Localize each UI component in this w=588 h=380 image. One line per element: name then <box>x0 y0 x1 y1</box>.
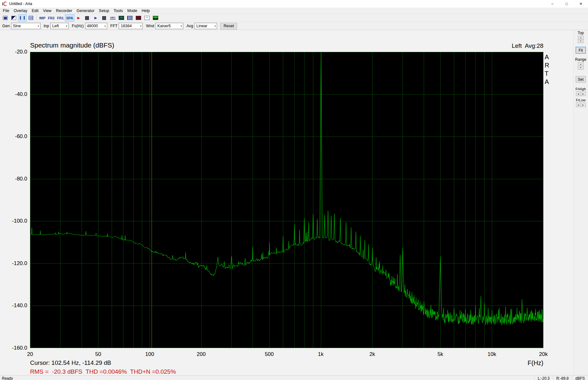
level-meter-button[interactable] <box>126 14 134 22</box>
x-tick-label: 2k <box>358 351 386 358</box>
frhigh-left-button[interactable]: ◄ <box>576 92 581 96</box>
y-tick-label: -60.0 <box>0 133 27 140</box>
level-meter-icon <box>127 16 133 20</box>
status-ready: Ready <box>2 376 13 380</box>
maximize-button[interactable]: □ <box>560 0 574 8</box>
invert-colors-icon-icon <box>11 16 16 20</box>
arta-letter: A <box>545 78 553 86</box>
menu-file[interactable]: File <box>1 8 11 14</box>
x-tick-label: 100 <box>135 351 164 358</box>
range-label: Range <box>575 57 586 62</box>
menu-help[interactable]: Help <box>140 8 152 14</box>
status-left-level: L:-20.3 <box>534 376 553 380</box>
arta-watermark: A R T A <box>545 53 553 86</box>
top-spinner: ▲ ▼ <box>578 36 584 43</box>
top-down-button[interactable]: ▼ <box>578 39 584 43</box>
scope-view-button[interactable] <box>117 14 126 22</box>
frhigh-label: FrHigh <box>575 87 586 91</box>
menu-bar: File Overlay Edit View Recorder Generato… <box>0 8 588 14</box>
abc-icon: ABC <box>110 16 116 20</box>
menu-recorder[interactable]: Recorder <box>54 8 74 14</box>
inp-select[interactable]: Left ▼ <box>50 23 69 29</box>
frhigh-right-button[interactable]: ► <box>581 92 586 96</box>
duplicate-window-icon-icon <box>3 16 8 20</box>
avg-label: Avg <box>186 24 193 28</box>
grid-values-button[interactable] <box>27 14 35 22</box>
x-tick-label: 5k <box>426 351 454 358</box>
arta-letter: T <box>545 69 553 78</box>
x-axis-title: F(Hz) <box>505 359 543 367</box>
fft-select[interactable]: 16384 ▼ <box>119 23 143 29</box>
invert-colors-icon[interactable] <box>9 14 18 22</box>
minimize-button[interactable]: – <box>545 0 560 8</box>
frhigh-arrows: ◄ ► <box>576 92 586 96</box>
x-tick-label: 50 <box>84 351 112 358</box>
record-button[interactable]: ▶ <box>74 14 83 22</box>
pause-button[interactable] <box>18 14 27 22</box>
play-stop-button[interactable] <box>100 14 109 22</box>
fs-label: Fs(Hz) <box>72 24 84 28</box>
chevron-down-icon: ▼ <box>180 25 182 27</box>
frlow-right-button[interactable]: ► <box>581 103 586 107</box>
measurement-control-bar: Gen Sine ▼ Inp Left ▼ Fs(Hz) 48000 ▼ FFT… <box>0 22 588 30</box>
menu-generator[interactable]: Generator <box>74 8 97 14</box>
dark-display-button[interactable] <box>134 14 143 22</box>
reset-button[interactable]: Reset <box>220 23 237 29</box>
y-tick-label: -160.0 <box>0 345 27 351</box>
toolbar: IMPFR2FR1SPA▶▶ABC <box>0 14 588 22</box>
chevron-down-icon: ▼ <box>104 25 106 27</box>
menu-tools[interactable]: Tools <box>111 8 125 14</box>
range-down-button[interactable]: ▼ <box>578 66 584 70</box>
fs-select[interactable]: 48000 ▼ <box>85 23 107 29</box>
menu-view[interactable]: View <box>41 8 54 14</box>
menu-overlay[interactable]: Overlay <box>11 8 29 14</box>
chevron-down-icon: ▼ <box>66 25 68 27</box>
menu-edit[interactable]: Edit <box>29 8 41 14</box>
chevron-down-icon: ▼ <box>140 25 142 27</box>
x-tick-label: 500 <box>255 351 284 358</box>
close-button[interactable]: ✕ <box>574 0 588 8</box>
wnd-select[interactable]: Kaiser5 ▼ <box>155 23 183 29</box>
menu-mode[interactable]: Mode <box>125 8 139 14</box>
signal-wave-icon <box>144 16 150 20</box>
fit-button[interactable]: Fit <box>576 47 586 54</box>
record-stop-icon <box>85 16 89 20</box>
window-title: Untitled - Arta <box>9 2 32 6</box>
status-cells: L:-20.3 R:-89.8 dBFS <box>534 376 588 380</box>
grid-values-icon <box>28 16 33 20</box>
imp-mode-button[interactable]: IMP <box>38 14 47 22</box>
status-units: dBFS <box>572 376 588 380</box>
green-scope-button[interactable] <box>151 14 160 22</box>
play-button[interactable]: ▶ <box>91 14 100 22</box>
x-tick-label: 20 <box>16 351 44 358</box>
duplicate-window-icon[interactable] <box>1 14 9 22</box>
frlow-left-button[interactable]: ◄ <box>576 103 581 107</box>
x-tick-label: 20k <box>529 351 558 358</box>
play-stop-icon <box>102 16 106 20</box>
menu-setup[interactable]: Setup <box>97 8 111 14</box>
fr1-mode-button[interactable]: FR1 <box>56 14 65 22</box>
pause-icon <box>20 16 25 20</box>
x-tick-label: 200 <box>187 351 216 358</box>
status-right-level: R:-89.8 <box>553 376 572 380</box>
arta-letter: R <box>545 61 553 69</box>
avg-select[interactable]: Linear ▼ <box>194 23 217 29</box>
arta-letter: A <box>545 53 553 61</box>
signal-wave-button[interactable] <box>143 14 151 22</box>
spa-mode-button[interactable]: SPA <box>65 14 74 22</box>
gen-select[interactable]: Sine ▼ <box>11 23 41 29</box>
status-bar: Ready L:-20.3 R:-89.8 dBFS <box>0 375 588 380</box>
y-tick-label: -140.0 <box>0 302 27 309</box>
channel-info: Left Avg:28 <box>430 42 543 49</box>
fs-value: 48000 <box>87 24 98 28</box>
toolbar-separator <box>36 15 37 21</box>
abc-overlay-button[interactable]: ABC <box>109 14 117 22</box>
chevron-down-icon: ▼ <box>214 25 216 27</box>
set-button[interactable]: Set <box>576 76 586 83</box>
scope-view-icon <box>119 16 124 20</box>
spectrum-plot[interactable] <box>30 52 543 348</box>
fr2-mode-button[interactable]: FR2 <box>47 14 56 22</box>
y-tick-label: -20.0 <box>0 49 27 55</box>
record-stop-button[interactable] <box>83 14 91 22</box>
gen-label: Gen <box>2 24 10 28</box>
